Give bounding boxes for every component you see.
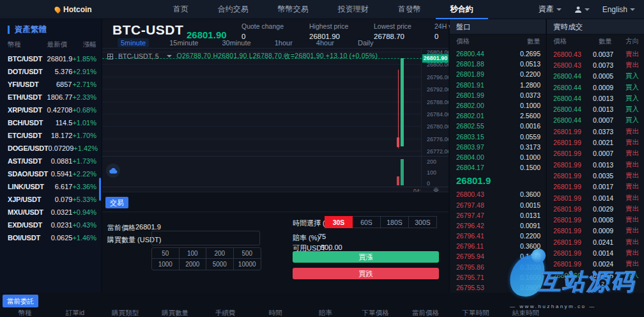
ask-row[interactable]: 26800.440.2695 xyxy=(450,49,546,59)
language-menu[interactable]: English xyxy=(602,5,635,14)
trade-row[interactable]: 26801.990.0007賣出 xyxy=(547,148,644,159)
bid-row[interactable]: 26797.470.0131 xyxy=(450,210,546,220)
duration-180S[interactable]: 180S xyxy=(381,216,409,228)
trade-row[interactable]: 26800.440.0013買入 xyxy=(547,104,644,114)
bid-row[interactable]: 26795.860.3200 xyxy=(450,262,546,272)
trade-qty: 0.0024 xyxy=(593,260,620,268)
quick-amount-1000[interactable]: 1000 xyxy=(152,259,180,270)
bid-row[interactable]: 26796.420.0091 xyxy=(450,220,546,231)
nav-item-2[interactable]: 合约交易 xyxy=(203,0,263,19)
open-orders-tab[interactable]: 當前委託 xyxy=(3,295,38,307)
pair-row[interactable]: SDAO/USDT0.5941+2.22% xyxy=(0,167,102,180)
quick-amount-100[interactable]: 100 xyxy=(180,248,207,259)
trade-tab[interactable]: 交易 xyxy=(105,197,128,208)
trade-row[interactable]: 26800.430.0073賣出 xyxy=(547,59,644,70)
ask-row[interactable]: 26802.000.1000 xyxy=(450,100,546,111)
ask-row[interactable]: 26804.170.1500 xyxy=(450,162,546,173)
trade-row[interactable]: 26800.440.0009買入 xyxy=(547,82,644,93)
chart-grid-icon[interactable] xyxy=(107,54,113,59)
candlestick-chart[interactable]: BTC-USDT, 5 O26788.70 H26801.90 L26788.7… xyxy=(102,48,448,192)
pair-row[interactable]: ETC/USDT18.172+1.70% xyxy=(0,129,102,142)
pair-row[interactable]: MXU/USDT0.0321+0.94% xyxy=(0,206,102,219)
trade-row[interactable]: 26801.990.0024賣出 xyxy=(547,259,644,270)
duration-60S[interactable]: 60S xyxy=(353,216,381,228)
bid-row[interactable]: 26795.710.1600 xyxy=(450,272,546,282)
volume-axis-label: 0 xyxy=(427,180,430,187)
nav-item-4[interactable]: 投资理财 xyxy=(323,0,383,19)
bid-row[interactable]: 26800.430.3600 xyxy=(450,189,546,199)
pair-row[interactable]: ETH/USDT1806.77+2.33% xyxy=(0,91,102,104)
account-menu[interactable] xyxy=(574,6,590,13)
nav-item-3[interactable]: 幣幣交易 xyxy=(263,0,323,19)
trade-row[interactable]: 26800.440.0007買入 xyxy=(547,115,644,126)
bid-row[interactable]: 26797.480.0015 xyxy=(450,199,546,210)
interval-tab-1hour[interactable]: 1hour xyxy=(272,38,296,47)
ask-row[interactable]: 26804.000.1000 xyxy=(450,152,546,162)
trade-row[interactable]: 26801.990.0241賣出 xyxy=(547,236,644,247)
trade-row[interactable]: 26801.990.0017賣出 xyxy=(547,182,644,192)
ask-row[interactable]: 26801.911.2800 xyxy=(450,80,546,90)
pair-row[interactable]: BCH/USDT114.5+1.01% xyxy=(0,116,102,129)
buy-up-button[interactable]: 買漲 xyxy=(293,251,439,263)
interval-tab-30minute[interactable]: 30minute xyxy=(218,38,254,47)
quick-amount-50[interactable]: 50 xyxy=(152,248,180,259)
pair-row[interactable]: DOT/USDT5.376+2.91% xyxy=(0,65,102,78)
chart-legend-text[interactable]: BTC-USDT, 5 xyxy=(118,52,159,60)
bid-row[interactable]: 26795.530.0900 xyxy=(450,282,546,293)
bid-row[interactable]: 26796.410.2200 xyxy=(450,231,546,241)
trade-row[interactable]: 26800.440.0005買入 xyxy=(547,71,644,82)
quick-amount-500[interactable]: 500 xyxy=(234,248,261,259)
quick-amount-2000[interactable]: 2000 xyxy=(180,259,207,270)
ask-row[interactable]: 26803.970.3173 xyxy=(450,142,546,152)
pair-row[interactable]: LINK/USDT6.617+3.36% xyxy=(0,180,102,193)
bid-row[interactable]: 26795.940.1493 xyxy=(450,251,546,261)
nav-item-5[interactable]: 首發幣 xyxy=(383,0,436,19)
quick-amount-200[interactable]: 200 xyxy=(206,248,234,259)
pair-row[interactable]: AST/USDT0.0881+1.73% xyxy=(0,155,102,167)
trade-row[interactable]: 26801.990.0009賣出 xyxy=(547,226,644,236)
amount-input[interactable] xyxy=(151,231,260,245)
pair-row[interactable]: BTC/USDT26801.9+1.85% xyxy=(0,52,102,65)
quick-amount-5000[interactable]: 5000 xyxy=(206,259,234,270)
buy-down-button[interactable]: 買跌 xyxy=(293,268,439,279)
brand-logo[interactable]: Hotcoin xyxy=(55,5,92,14)
interval-tab-Daily[interactable]: Daily xyxy=(355,38,376,47)
bid-row[interactable]: 26796.110.3600 xyxy=(450,241,546,251)
assets-menu[interactable]: 資產 xyxy=(539,4,562,15)
trade-price: 26801.99 xyxy=(553,227,593,235)
interval-tab-15minute[interactable]: 15minute xyxy=(166,38,201,47)
duration-30S[interactable]: 30S xyxy=(325,216,353,228)
quick-amount-10000[interactable]: 10000 xyxy=(234,259,261,270)
trade-row[interactable]: 26800.430.0037賣出 xyxy=(547,49,644,59)
trade-row[interactable]: 26801.990.0008賣出 xyxy=(547,214,644,225)
pair-row[interactable]: XJP/USDT0.079+5.33% xyxy=(0,193,102,206)
cloud-button[interactable] xyxy=(106,164,120,178)
trade-row[interactable]: 26801.990.0021賣出 xyxy=(547,137,644,148)
trade-row[interactable]: 26801.990.0013賣出 xyxy=(547,159,644,170)
trade-row[interactable]: 26801.990.0014賣出 xyxy=(547,247,644,258)
pair-row[interactable]: YFI/USDT6857+2.71% xyxy=(0,78,102,91)
gear-icon[interactable] xyxy=(433,187,439,192)
scrollbar-thumb[interactable] xyxy=(99,178,101,201)
trade-row[interactable]: 26801.990.0014賣出 xyxy=(547,192,644,203)
pair-row[interactable]: EXD/USDT0.0231+0.43% xyxy=(0,219,102,231)
pair-row[interactable]: BOI/USDT0.0625+1.46% xyxy=(0,231,102,244)
ask-row[interactable]: 26801.990.0373 xyxy=(450,90,546,100)
trade-row[interactable]: 26800.440.0013買入 xyxy=(547,93,644,104)
trade-row[interactable]: 26801.990.0029賣出 xyxy=(547,203,644,214)
pair-row[interactable]: XRP/USDT0.42708+0.68% xyxy=(0,104,102,116)
nav-item-6[interactable]: 秒合約 xyxy=(436,0,488,19)
ask-row[interactable]: 26801.880.0513 xyxy=(450,59,546,69)
interval-tab-4hour[interactable]: 4hour xyxy=(313,38,337,47)
interval-tab-5minute[interactable]: 5minute xyxy=(118,38,149,47)
trade-row[interactable]: 26801.990.0373賣出 xyxy=(547,126,644,137)
ask-row[interactable]: 26802.550.0016 xyxy=(450,121,546,131)
trade-row[interactable]: 26800.600.0015買入 xyxy=(547,270,644,281)
trade-row[interactable]: 26801.990.0035賣出 xyxy=(547,170,644,181)
ask-row[interactable]: 26801.890.2200 xyxy=(450,69,546,79)
ask-row[interactable]: 26803.150.0559 xyxy=(450,132,546,142)
pair-row[interactable]: DOGE/USDT0.07209+1.42% xyxy=(0,142,102,155)
nav-item-1[interactable]: 首页 xyxy=(158,0,203,19)
duration-300S[interactable]: 300S xyxy=(409,216,437,228)
ask-row[interactable]: 26802.012.5600 xyxy=(450,111,546,121)
